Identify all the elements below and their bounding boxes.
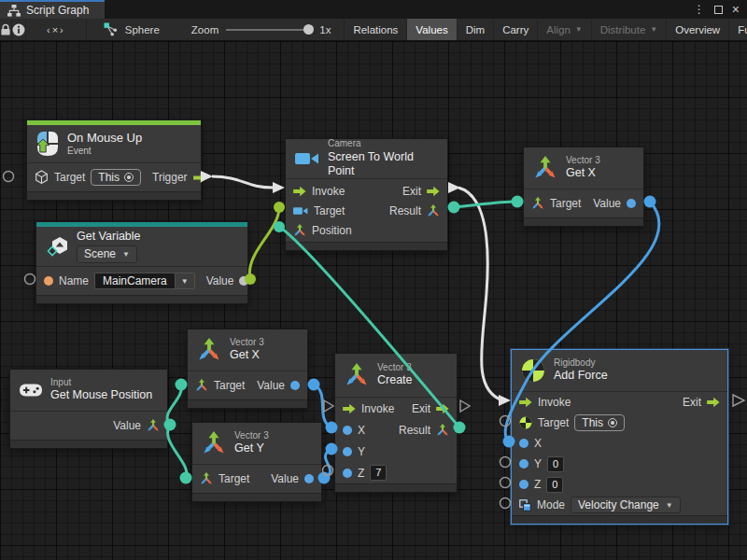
addforce-exit-port <box>733 395 744 406</box>
z-value-field[interactable]: 0 <box>546 477 563 493</box>
variable-scope-dropdown[interactable]: Scene ▼ <box>77 245 137 263</box>
script-graph-icon <box>7 5 21 17</box>
graph-breadcrumb[interactable]: Sphere <box>104 22 160 36</box>
flow-arrow-icon[interactable] <box>436 403 449 414</box>
rigidbody-icon <box>521 358 545 383</box>
info-button[interactable] <box>12 19 26 40</box>
lock-button[interactable] <box>0 19 12 40</box>
flow-arrow-icon[interactable] <box>293 186 306 197</box>
vector3-port-icon[interactable] <box>195 379 208 392</box>
node-on-mouse-up[interactable]: On Mouse Up Event Target This Trigger <box>26 119 202 201</box>
carry-button[interactable]: Carry <box>493 19 537 40</box>
node-subtitle: Event <box>67 146 142 158</box>
vector3-port-icon[interactable] <box>531 197 544 210</box>
position-port-label: Position <box>312 224 352 237</box>
z-port[interactable] <box>519 480 529 489</box>
wire-mouse-to-gety[interactable] <box>168 425 192 484</box>
node-get-x-top[interactable]: Vector 3 Get X Target Value <box>523 147 644 227</box>
mouse-up-icon <box>36 131 59 157</box>
wire-variable-to-target[interactable] <box>245 202 285 285</box>
vector3-port-icon[interactable] <box>436 424 449 437</box>
zoom-slider[interactable] <box>226 29 312 31</box>
target-this-toggle[interactable]: This <box>91 169 141 186</box>
value-port[interactable] <box>239 276 248 286</box>
vector3-port-icon[interactable] <box>427 204 440 217</box>
overview-button[interactable]: Overview <box>666 19 728 40</box>
distribute-button[interactable]: Distribute▼ <box>591 19 667 40</box>
gamepad-icon <box>20 383 42 398</box>
invoke-port-label: Invoke <box>312 185 345 198</box>
flow-arrow-icon[interactable] <box>427 186 440 197</box>
values-button[interactable]: Values <box>406 19 456 40</box>
variable-name-dropdown[interactable]: MainCamera ▼ <box>94 273 195 289</box>
vector3-icon <box>202 431 226 455</box>
variable-name-port <box>25 274 35 285</box>
dim-button[interactable]: Dim <box>457 19 493 40</box>
wire-trigger-to-invoke[interactable] <box>201 171 285 193</box>
mode-dropdown[interactable]: Velocity Change ▼ <box>571 497 681 513</box>
node-get-variable[interactable]: Get Variable Scene ▼ Name MainCamera ▼ V… <box>35 221 248 304</box>
node-title: Get Y <box>234 441 269 456</box>
relations-button[interactable]: Relations <box>344 19 406 40</box>
window-menu-button[interactable]: ⋮ <box>694 3 705 16</box>
target-this-toggle[interactable]: This <box>574 414 625 431</box>
y-value-field[interactable]: 0 <box>547 456 564 472</box>
zoom-slider-knob[interactable] <box>303 24 314 35</box>
graph-name: Sphere <box>125 24 160 35</box>
node-vector3-create[interactable]: Vector 3 Create Invoke Exit X Result <box>334 353 458 493</box>
window-close-button[interactable]: × <box>732 2 740 17</box>
rigidbody-port-icon[interactable] <box>519 416 532 429</box>
wire-exit-to-addforce[interactable] <box>448 182 511 406</box>
trigger-port-label: Trigger <box>152 171 188 184</box>
enum-port-icon[interactable] <box>519 499 531 511</box>
y-port[interactable] <box>519 459 529 469</box>
exit-port-label: Exit <box>683 396 701 409</box>
vector3-port-icon[interactable] <box>293 224 306 237</box>
node-caption: Vector 3 <box>566 155 600 167</box>
node-get-mouse-position[interactable]: Input Get Mouse Position Value <box>9 369 168 449</box>
y-port-label: Y <box>358 445 365 458</box>
flow-arrow-icon[interactable] <box>193 172 207 184</box>
wire-result-to-getx[interactable] <box>448 196 524 214</box>
camera-port-icon[interactable] <box>293 206 308 216</box>
vector3-icon <box>533 156 557 180</box>
node-get-x-mid[interactable]: Vector 3 Get X Target Value <box>187 329 308 409</box>
value-port-label: Value <box>271 472 299 485</box>
vector3-port-icon[interactable] <box>147 419 160 432</box>
target-port-label: Target <box>54 171 85 184</box>
graph-canvas[interactable]: On Mouse Up Event Target This Trigger <box>0 41 747 560</box>
graph-toolbar: ‹×› Sphere Zoom 1x Relations Values Dim … <box>0 19 747 41</box>
value-port-label: Value <box>257 379 285 392</box>
value-port[interactable] <box>627 199 636 208</box>
dropdown-caret-icon: ▼ <box>175 273 195 289</box>
value-port[interactable] <box>304 474 314 483</box>
align-button[interactable]: Align▼ <box>537 19 591 40</box>
flow-arrow-icon[interactable] <box>519 397 532 408</box>
y-port[interactable] <box>343 447 352 456</box>
camera-icon <box>295 151 319 166</box>
z-port[interactable] <box>343 469 352 478</box>
node-footer <box>27 191 201 200</box>
code-view-button[interactable]: ‹×› <box>26 19 87 40</box>
fullscreen-button[interactable]: Full Screen <box>728 19 747 40</box>
tab-script-graph[interactable]: Script Graph <box>0 0 105 19</box>
node-screen-to-world-point[interactable]: Camera Screen To World Point Invoke Exit… <box>285 138 448 251</box>
node-add-force[interactable]: Rigidbody Add Force Invoke Exit Target T… <box>511 349 728 525</box>
x-port[interactable] <box>343 426 352 435</box>
self-target-icon <box>608 418 617 427</box>
node-get-y[interactable]: Vector 3 Get Y Target Value <box>191 422 322 502</box>
x-port[interactable] <box>519 439 529 448</box>
addforce-target-port <box>500 416 511 427</box>
lock-icon <box>0 23 11 36</box>
vector3-port-icon[interactable] <box>200 472 213 485</box>
value-port-label: Value <box>593 197 621 210</box>
name-port[interactable] <box>44 276 53 286</box>
flow-arrow-icon[interactable] <box>343 403 356 414</box>
value-port[interactable] <box>290 381 300 390</box>
flow-arrow-icon[interactable] <box>707 397 720 408</box>
window-maximize-button[interactable] <box>714 6 723 14</box>
node-caption: Rigidbody <box>554 357 608 370</box>
z-value-field[interactable]: 7 <box>370 465 387 481</box>
zoom-value: 1x <box>319 24 331 35</box>
distribute-caret-icon: ▼ <box>650 25 657 34</box>
